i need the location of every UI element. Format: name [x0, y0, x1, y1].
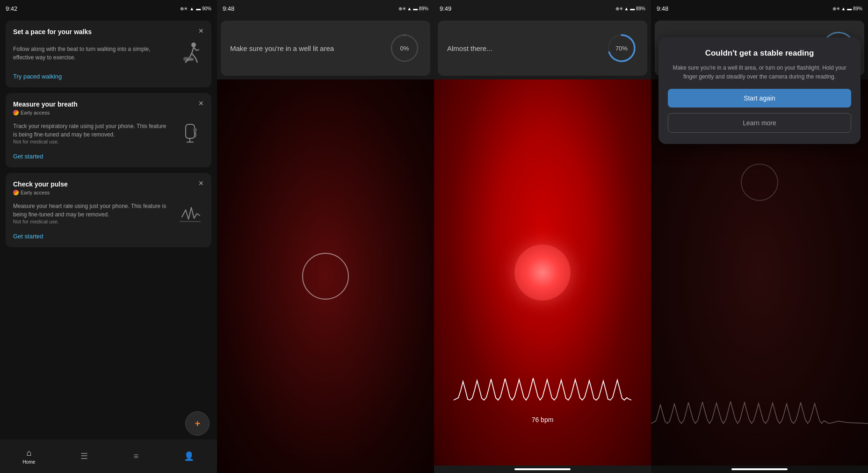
svg-line-9: [195, 58, 197, 63]
status-icons-text-2: ⊕✳ ▲ ▬ 89%: [398, 6, 428, 11]
scan-status-bar-70: Almost there... 70%: [438, 21, 647, 76]
card-text-walking: Follow along with the beat to turn walki…: [13, 45, 176, 62]
early-access-pulse: Early access: [13, 190, 204, 195]
status-icons-1: ⊕✳ ▲ ▬ 90%: [180, 6, 211, 11]
stable-reading-modal: Couldn't get a stable reading Make sure …: [658, 37, 861, 144]
card-body-walking: Follow along with the beat to turn walki…: [13, 39, 204, 67]
card-title-breath: Measure your breath: [13, 100, 204, 108]
try-paced-walking-link[interactable]: Try paced walking: [13, 73, 204, 80]
finger-circle-70: [514, 244, 571, 301]
card-check-pulse: ✕ Check your pulse Early access Measure …: [6, 173, 211, 247]
badge-label-breath: Early access: [21, 110, 50, 115]
time-2: 9:48: [223, 5, 234, 12]
early-access-breath: Early access: [13, 110, 204, 115]
camera-circle-outline: [302, 253, 349, 300]
card-title-pulse: Check your pulse: [13, 180, 204, 188]
scan-status-bar-0: Make sure you're in a well lit area 0%: [221, 21, 430, 76]
progress-text-0: 0%: [400, 45, 409, 52]
panel-unstable: 9:48 ⊕✳ ▲ ▬ 89% Unstable reading ! Could…: [651, 0, 868, 473]
panel-home: 9:42 ⊕✳ ▲ ▬ 90% ✕ Set a pace for your wa…: [0, 0, 217, 473]
time-1: 9:42: [6, 5, 17, 12]
google-badge-dot-2: [13, 190, 19, 195]
modal-overlay: Couldn't get a stable reading Make sure …: [651, 0, 868, 144]
walking-illustration: [176, 39, 204, 67]
svg-line-1: [192, 47, 194, 53]
card-text-breath: Track your respiratory rate using just y…: [13, 122, 176, 139]
bpm-reading: 76 bpm: [532, 416, 554, 423]
nav-profile[interactable]: 👤: [176, 447, 202, 465]
waveform-area: 76 bpm: [434, 372, 651, 428]
status-bar-1: 9:42 ⊕✳ ▲ ▬ 90%: [0, 0, 217, 17]
list-icon: ≡: [134, 452, 139, 461]
learn-more-button[interactable]: Learn more: [668, 113, 851, 133]
status-bar-3: 9:49 ⊕✳ ▲ ▬ 89%: [434, 0, 651, 17]
waveform-svg: [434, 372, 651, 414]
home-content: ✕ Set a pace for your walks Follow along…: [0, 17, 217, 439]
card-text-pulse: Measure your heart rate using just your …: [13, 202, 176, 219]
card-note-breath: Not for medical use.: [13, 139, 176, 144]
card-note-pulse: Not for medical use.: [13, 219, 176, 224]
battery-icon: ▬ 90%: [196, 6, 211, 11]
svg-line-3: [192, 53, 195, 58]
unstable-finger-circle: [741, 164, 778, 201]
unstable-waveform: [651, 391, 868, 437]
svg-line-4: [194, 47, 196, 50]
home-icon: ⌂: [27, 448, 32, 458]
nav-journal[interactable]: ☰: [73, 447, 95, 465]
svg-point-13: [193, 128, 197, 132]
camera-view-70: 76 bpm: [434, 79, 651, 466]
get-started-breath-link[interactable]: Get started: [13, 153, 204, 160]
close-paced-walking-button[interactable]: ✕: [196, 26, 206, 36]
pulse-illustration: [176, 199, 204, 227]
start-again-button[interactable]: Start again: [668, 89, 851, 108]
breath-illustration: [176, 119, 204, 147]
google-badge-dot: [13, 110, 19, 115]
signal-icon: ⊕✳: [180, 6, 188, 11]
card-measure-breath: ✕ Measure your breath Early access Track…: [6, 93, 211, 167]
status-icons-3: ⊕✳ ▲ ▬ 89%: [615, 6, 645, 11]
modal-title: Couldn't get a stable reading: [705, 49, 814, 58]
bottom-indicator-3: [514, 468, 571, 470]
badge-label-pulse: Early access: [21, 190, 50, 195]
nav-home[interactable]: ⌂ Home: [15, 444, 43, 468]
bottom-indicator-4: [731, 468, 788, 470]
progress-circle-70: 70%: [605, 32, 638, 64]
bottom-nav: ⌂ Home ☰ ≡ 👤: [0, 439, 217, 473]
nav-home-label: Home: [23, 459, 36, 465]
progress-text-70: 70%: [615, 45, 628, 52]
wifi-icon: ▲: [189, 6, 194, 11]
modal-body: Make sure you're in a well lit area, or …: [668, 64, 851, 81]
card-body-breath: Track your respiratory rate using just y…: [13, 119, 204, 147]
svg-rect-10: [186, 124, 195, 138]
status-bar-2: 9:48 ⊕✳ ▲ ▬ 89%: [217, 0, 434, 17]
journal-icon: ☰: [80, 451, 88, 461]
status-icons-text-3: ⊕✳ ▲ ▬ 89%: [615, 6, 645, 11]
close-breath-button[interactable]: ✕: [196, 99, 206, 108]
card-title-walking: Set a pace for your walks: [13, 28, 204, 36]
nav-list[interactable]: ≡: [126, 448, 146, 465]
camera-view-0: [217, 79, 434, 473]
progress-circle-0: 0%: [388, 32, 421, 64]
svg-line-5: [196, 50, 199, 50]
card-body-pulse: Measure your heart rate using just your …: [13, 199, 204, 227]
time-3: 9:49: [440, 5, 451, 12]
svg-point-0: [191, 43, 196, 47]
status-icons-2: ⊕✳ ▲ ▬ 89%: [398, 6, 428, 11]
get-started-pulse-link[interactable]: Get started: [13, 233, 204, 240]
fab-button[interactable]: +: [185, 411, 210, 436]
scan-label-70: Almost there...: [447, 44, 492, 52]
panel-scan-70: 9:49 ⊕✳ ▲ ▬ 89% Almost there... 70% 76 b…: [434, 0, 651, 473]
panel-scan-0: 9:48 ⊕✳ ▲ ▬ 89% Make sure you're in a we…: [217, 0, 434, 473]
scan-label-0: Make sure you're in a well lit area: [230, 44, 334, 52]
card-paced-walking: ✕ Set a pace for your walks Follow along…: [6, 21, 211, 87]
profile-icon: 👤: [184, 451, 194, 461]
close-pulse-button[interactable]: ✕: [196, 179, 206, 188]
fab-plus-icon: +: [195, 418, 200, 429]
